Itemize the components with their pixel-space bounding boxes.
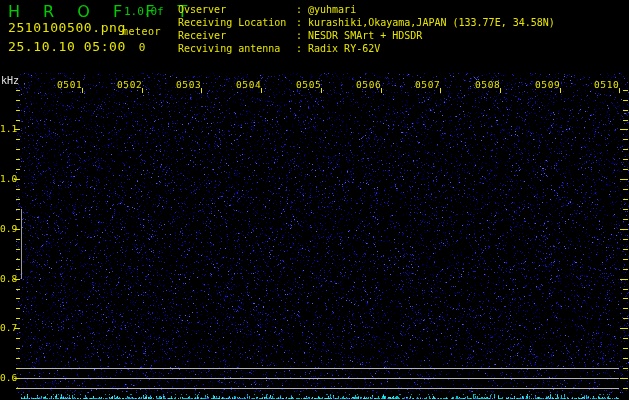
y-tick-minor-left (16, 100, 20, 101)
x-tick-label: 0507 (415, 79, 440, 90)
info-label: Recviving antenna (178, 42, 296, 55)
count-range-bar (21, 209, 22, 279)
y-tick-label: 0.6 (0, 372, 14, 383)
y-tick-minor-left (16, 308, 20, 309)
y-tick-minor-left (16, 209, 20, 210)
y-tick-minor-right (623, 358, 628, 359)
y-tick-major-right (620, 378, 628, 379)
y-tick-minor-right (623, 368, 628, 369)
carrier-line (20, 378, 619, 379)
y-tick-minor-left (16, 199, 20, 200)
y-tick-minor-right (623, 139, 628, 140)
y-tick-minor-right (623, 249, 628, 250)
y-axis-unit-label: kHz (1, 75, 19, 86)
x-tick-label: 0504 (236, 79, 261, 90)
y-tick-label: 0.8 (0, 273, 14, 284)
y-tick-major-right (620, 229, 628, 230)
hrofft-screen: H R O F F T 1.0.0f 2510100500.png 25.10.… (0, 0, 629, 400)
y-tick-major-left (14, 179, 20, 180)
x-tick (261, 88, 262, 93)
y-tick-minor-left (16, 159, 20, 160)
y-tick-major-left (14, 328, 20, 329)
y-tick-minor-right (623, 308, 628, 309)
info-value: @yuhmari (308, 4, 356, 15)
info-colon: : (296, 16, 304, 29)
y-tick-minor-left (16, 289, 20, 290)
y-tick-major-right (620, 328, 628, 329)
y-tick-label: 0.7 (0, 322, 14, 333)
y-tick-minor-right (623, 388, 628, 389)
y-tick-minor-right (623, 169, 628, 170)
x-tick (619, 88, 620, 93)
y-tick-minor-right (623, 239, 628, 240)
y-tick-minor-left (16, 269, 20, 270)
y-tick-minor-left (16, 149, 20, 150)
y-tick-minor-left (16, 139, 20, 140)
info-colon: : (296, 29, 304, 42)
y-tick-minor-left (16, 358, 20, 359)
carrier-line (20, 368, 619, 369)
y-tick-label: 0.9 (0, 223, 14, 234)
y-tick-minor-right (623, 120, 628, 121)
info-row-observer: Ovserver:@yuhmari (178, 3, 555, 16)
info-colon: : (296, 42, 304, 55)
y-tick-minor-left (16, 298, 20, 299)
x-tick-label: 0503 (176, 79, 201, 90)
y-tick-major-left (14, 229, 20, 230)
overlay-layer: H R O F F T 1.0.0f 2510100500.png 25.10.… (0, 0, 629, 400)
y-tick-minor-left (16, 259, 20, 260)
y-tick-label: 1.1 (0, 123, 14, 134)
info-value: NESDR SMArt + HDSDR (308, 30, 422, 41)
y-tick-minor-right (623, 189, 628, 190)
y-tick-minor-right (623, 110, 628, 111)
y-tick-minor-right (623, 199, 628, 200)
x-tick-label: 0509 (535, 79, 560, 90)
y-tick-major-left (14, 279, 20, 280)
y-tick-minor-left (16, 120, 20, 121)
x-tick (560, 88, 561, 93)
x-tick (142, 88, 143, 93)
y-tick-minor-right (623, 289, 628, 290)
x-tick-label: 0506 (356, 79, 381, 90)
y-tick-minor-right (623, 100, 628, 101)
y-tick-minor-right (623, 298, 628, 299)
y-tick-minor-left (16, 348, 20, 349)
info-row-receiver: Receiver:NESDR SMArt + HDSDR (178, 29, 555, 42)
x-tick-label: 0501 (57, 79, 82, 90)
app-title: H R O F F T (8, 2, 196, 21)
meteor-counter-label: meteor (122, 26, 161, 37)
y-tick-minor-left (16, 239, 20, 240)
info-row-antenna: Recviving antenna:Radix RY-62V (178, 42, 555, 55)
y-tick-minor-left (16, 219, 20, 220)
x-tick (381, 88, 382, 93)
y-tick-minor-left (16, 169, 20, 170)
info-label: Receiving Location (178, 16, 296, 29)
y-tick-major-left (14, 129, 20, 130)
station-info-block: Ovserver:@yuhmari Receiving Location:kur… (178, 3, 555, 55)
y-tick-minor-right (623, 219, 628, 220)
y-tick-major-right (620, 129, 628, 130)
info-row-location: Receiving Location:kurashiki,Okayama,JAP… (178, 16, 555, 29)
info-label: Ovserver (178, 3, 296, 16)
y-tick-minor-right (623, 90, 628, 91)
y-tick-minor-left (16, 189, 20, 190)
carrier-line (20, 388, 619, 389)
x-tick-label: 0505 (296, 79, 321, 90)
info-label: Receiver (178, 29, 296, 42)
observation-datetime: 25.10.10 05:00 (8, 39, 126, 54)
x-tick (82, 88, 83, 93)
y-tick-minor-right (623, 348, 628, 349)
x-tick (440, 88, 441, 93)
app-version: 1.0.0f (124, 5, 164, 18)
y-tick-major-right (620, 279, 628, 280)
x-tick-label: 0502 (117, 79, 142, 90)
y-tick-minor-left (16, 338, 20, 339)
meteor-counter-value: 0 (122, 41, 162, 54)
y-tick-major-right (620, 179, 628, 180)
y-tick-minor-left (16, 90, 20, 91)
x-tick-label: 0510 (594, 79, 619, 90)
info-value: kurashiki,Okayama,JAPAN (133.77E, 34.58N… (308, 17, 555, 28)
y-tick-minor-left (16, 249, 20, 250)
y-tick-minor-left (16, 318, 20, 319)
y-tick-label: 1.0 (0, 173, 14, 184)
